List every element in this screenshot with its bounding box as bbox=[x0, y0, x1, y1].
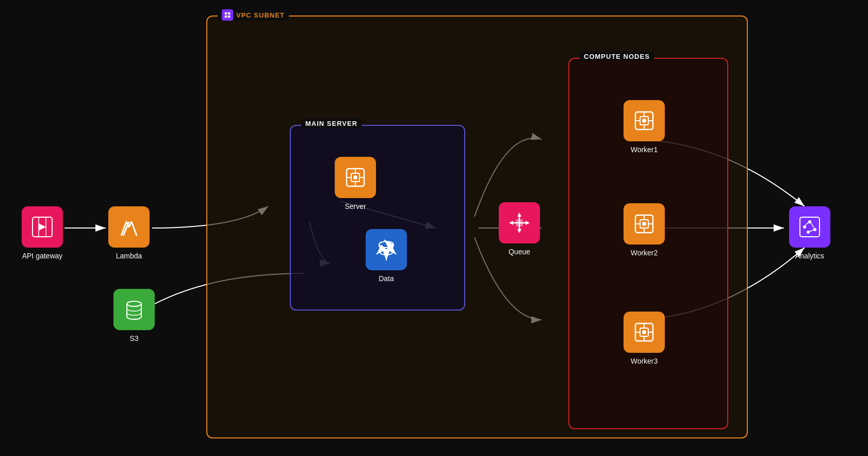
server-node: Server bbox=[335, 157, 376, 210]
svg-rect-48 bbox=[516, 219, 523, 226]
analytics-icon bbox=[789, 206, 830, 248]
svg-marker-46 bbox=[509, 221, 513, 225]
svg-rect-8 bbox=[228, 15, 230, 18]
worker2-label: Worker2 bbox=[631, 249, 658, 257]
compute-nodes-label: COMPUTE NODES bbox=[580, 52, 654, 61]
worker1-icon bbox=[624, 100, 665, 141]
worker1-label: Worker1 bbox=[631, 145, 658, 154]
compute-nodes-box: COMPUTE NODES Worker1 bbox=[568, 58, 728, 429]
main-server-box: MAIN SERVER Server bbox=[290, 125, 465, 311]
worker3-icon bbox=[624, 312, 665, 353]
svg-point-23 bbox=[642, 119, 646, 123]
worker3-label: Worker3 bbox=[631, 357, 658, 365]
queue-node: Queue bbox=[499, 202, 540, 256]
vpc-subnet-label: VPC SUBNET bbox=[218, 9, 289, 21]
vpc-icon bbox=[222, 9, 233, 21]
data-icon bbox=[366, 229, 407, 270]
main-server-label: MAIN SERVER bbox=[301, 119, 362, 128]
s3-label: S3 bbox=[129, 334, 138, 343]
svg-rect-7 bbox=[225, 15, 227, 18]
data-label: Data bbox=[379, 274, 394, 283]
worker1-node: Worker1 bbox=[624, 100, 665, 154]
lambda-label: Lambda bbox=[116, 252, 142, 260]
svg-rect-53 bbox=[800, 217, 820, 237]
worker3-node: Worker3 bbox=[624, 312, 665, 365]
server-icon bbox=[335, 157, 376, 198]
svg-point-37 bbox=[642, 330, 646, 334]
vpc-subnet-text: VPC SUBNET bbox=[236, 11, 285, 19]
compute-nodes-text: COMPUTE NODES bbox=[584, 53, 650, 60]
diagram-container: VPC SUBNET MAIN SERVER bbox=[0, 0, 868, 456]
svg-rect-6 bbox=[228, 12, 230, 14]
s3-icon bbox=[113, 289, 155, 330]
vpc-subnet-box: VPC SUBNET MAIN SERVER bbox=[206, 15, 748, 438]
svg-line-17 bbox=[376, 252, 379, 254]
analytics-label: Analytics bbox=[795, 252, 824, 260]
api-gateway-label: API gateway bbox=[22, 252, 63, 260]
server-label: Server bbox=[345, 202, 366, 210]
lambda-node: Lambda bbox=[108, 206, 150, 260]
svg-rect-5 bbox=[225, 12, 227, 14]
svg-marker-47 bbox=[526, 221, 530, 225]
svg-point-30 bbox=[642, 222, 646, 226]
s3-node: S3 bbox=[113, 289, 155, 343]
svg-marker-45 bbox=[517, 229, 521, 233]
data-node: Data bbox=[366, 229, 407, 283]
main-server-text: MAIN SERVER bbox=[305, 120, 357, 127]
api-gateway-node: API gateway bbox=[22, 206, 63, 260]
queue-icon bbox=[499, 202, 540, 243]
svg-line-18 bbox=[394, 252, 396, 254]
svg-marker-44 bbox=[517, 213, 521, 217]
svg-point-16 bbox=[379, 241, 394, 248]
worker2-node: Worker2 bbox=[624, 203, 665, 257]
queue-label: Queue bbox=[509, 248, 530, 256]
svg-point-11 bbox=[353, 175, 357, 180]
worker2-icon bbox=[624, 203, 665, 245]
api-gateway-icon bbox=[22, 206, 63, 248]
lambda-icon bbox=[108, 206, 150, 248]
analytics-node: Analytics bbox=[789, 206, 830, 260]
svg-point-52 bbox=[127, 301, 141, 306]
